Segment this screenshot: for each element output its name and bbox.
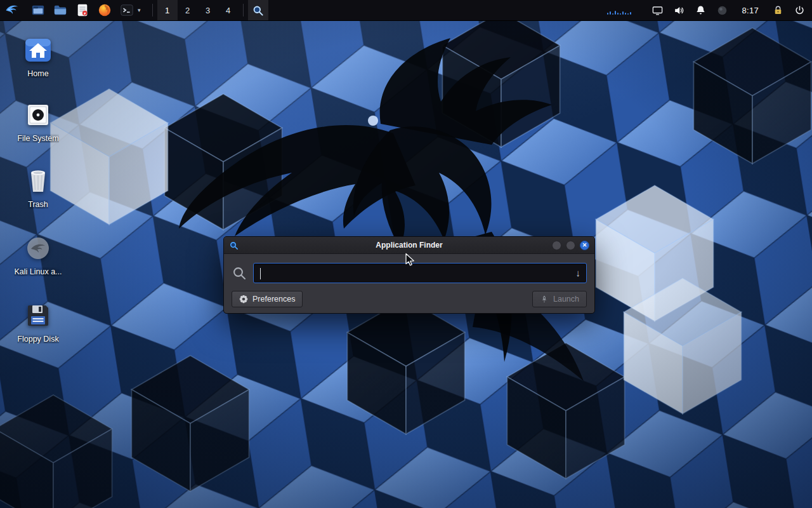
desktop-icon-label: File System: [17, 134, 58, 143]
text-caret: [260, 268, 261, 279]
floppy-disk-icon: [23, 301, 53, 330]
clock[interactable]: 8:17: [738, 6, 763, 15]
close-button[interactable]: ✕: [580, 241, 589, 250]
workspace-switcher: 1 2 3 4: [157, 0, 239, 20]
window-body: ↓ Preferences Launch: [224, 254, 594, 313]
top-panel: ▾ 1 2 3 4: [0, 0, 812, 21]
kali-dragon-icon: [4, 2, 20, 19]
desktop-icon-file-system[interactable]: File System: [5, 100, 71, 143]
launch-button[interactable]: Launch: [532, 291, 587, 307]
taskbar-application-finder[interactable]: [248, 0, 268, 20]
desktop-icon-trash[interactable]: Trash: [5, 166, 71, 209]
workspace-1[interactable]: 1: [157, 0, 178, 20]
status-circle-icon[interactable]: [716, 4, 728, 17]
desktop-icon-kali-docs[interactable]: Kali Linux a...: [5, 234, 71, 276]
desktop-icon-floppy-disk[interactable]: Floppy Disk: [5, 301, 71, 344]
home-folder-icon: [23, 36, 53, 65]
launcher-file-manager[interactable]: [31, 3, 45, 17]
applications-menu-button[interactable]: [0, 0, 24, 20]
desktop-icon-label: Floppy Disk: [17, 335, 58, 344]
workspace-4[interactable]: 4: [218, 0, 239, 20]
desktop-icon-label: Kali Linux a...: [14, 267, 62, 276]
preferences-label: Preferences: [252, 295, 295, 304]
network-monitor-graph: [607, 0, 645, 20]
window-magnifier-icon: [229, 241, 239, 250]
preferences-button[interactable]: Preferences: [232, 291, 303, 307]
desktop-icon-label: Home: [27, 69, 48, 78]
terminal-dropdown-chevron-icon[interactable]: ▾: [138, 7, 141, 13]
filesystem-drive-icon: [23, 100, 53, 130]
maximize-button[interactable]: [566, 241, 575, 250]
kali-docs-icon: [23, 234, 53, 263]
magnifier-icon: [252, 4, 264, 17]
trash-icon: [23, 166, 53, 196]
terminal-icon: [120, 3, 134, 17]
search-icon: [232, 265, 247, 281]
application-finder-window: Application Finder ✕ ↓: [223, 236, 595, 314]
workspace-2[interactable]: 2: [178, 0, 198, 20]
folder-icon: [53, 3, 67, 17]
launcher-terminal[interactable]: [120, 3, 134, 17]
panel-separator: [243, 4, 244, 17]
lock-icon[interactable]: [772, 4, 784, 17]
power-icon[interactable]: [794, 4, 806, 17]
system-tray: 8:17: [645, 0, 812, 20]
firefox-icon: [98, 3, 112, 17]
close-icon: ✕: [582, 243, 587, 248]
panel-launchers: ▾: [24, 0, 148, 20]
launcher-folder[interactable]: [53, 3, 67, 17]
launcher-text-editor[interactable]: [75, 3, 89, 17]
workspace-3[interactable]: 3: [198, 0, 218, 20]
launcher-firefox[interactable]: [98, 3, 112, 17]
text-editor-icon: [75, 3, 89, 17]
panel-spacer: [268, 0, 608, 20]
search-field: ↓: [253, 263, 587, 283]
file-manager-icon: [31, 3, 45, 17]
search-input[interactable]: [254, 264, 586, 283]
minimize-button[interactable]: [552, 241, 561, 250]
rocket-icon: [540, 295, 549, 304]
volume-icon[interactable]: [673, 4, 685, 17]
titlebar[interactable]: Application Finder ✕: [224, 237, 594, 254]
launch-label: Launch: [553, 295, 579, 304]
panel-separator: [152, 4, 153, 17]
window-title: Application Finder: [268, 241, 550, 250]
gear-icon: [239, 295, 248, 304]
window-controls: ✕: [552, 241, 589, 250]
desktop-icon-home[interactable]: Home: [5, 36, 71, 78]
notifications-bell-icon[interactable]: [695, 4, 707, 17]
desktop-icon-label: Trash: [28, 200, 48, 209]
display-icon[interactable]: [652, 4, 664, 17]
desktop: ▾ 1 2 3 4: [0, 0, 812, 508]
